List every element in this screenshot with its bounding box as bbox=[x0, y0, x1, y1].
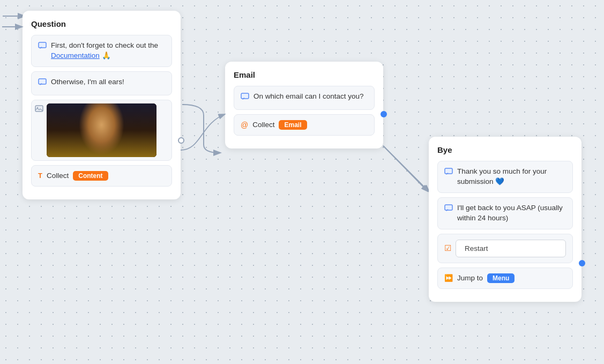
question-message-1: First, don't forget to check out the Doc… bbox=[31, 35, 172, 67]
email-card: Email On which email can I contact you? … bbox=[225, 62, 383, 148]
chat-icon-bye1 bbox=[444, 167, 453, 179]
bye-msg2-text: I'll get back to you ASAP (usually withi… bbox=[457, 203, 566, 224]
chat-icon-2 bbox=[38, 78, 47, 90]
jump-icon: ⏩ bbox=[444, 274, 453, 282]
at-icon: @ bbox=[241, 121, 248, 129]
bye-msg1-text: Thank you so much for your submission 💙 bbox=[457, 167, 566, 187]
collect-content-row: T Collect Content bbox=[31, 165, 172, 187]
menu-badge: Menu bbox=[487, 273, 514, 283]
question-output-dot[interactable] bbox=[178, 137, 184, 144]
svg-rect-7 bbox=[445, 168, 452, 174]
image-icon bbox=[35, 105, 43, 115]
svg-line-10 bbox=[383, 146, 428, 191]
question-image-row bbox=[31, 100, 172, 161]
bye-message-1: Thank you so much for your submission 💙 bbox=[437, 161, 573, 193]
email-message-1: On which email can I contact you? bbox=[234, 86, 375, 110]
svg-rect-8 bbox=[445, 205, 452, 210]
svg-rect-3 bbox=[39, 79, 46, 84]
bye-card-title: Bye bbox=[437, 145, 573, 154]
email-msg-text: On which email can I contact you? bbox=[253, 92, 364, 102]
boxer-image bbox=[47, 103, 156, 157]
svg-rect-4 bbox=[35, 106, 43, 112]
collect-label: Collect bbox=[47, 172, 69, 180]
question-card-title: Question bbox=[31, 19, 172, 28]
question-card: Question First, don't forget to check ou… bbox=[23, 11, 181, 199]
bye-message-2: I'll get back to you ASAP (usually withi… bbox=[437, 197, 573, 229]
q-msg1-text: First, don't forget to check out the Doc… bbox=[51, 41, 165, 61]
collect-email-row: @ Collect Email bbox=[234, 114, 375, 136]
chat-icon-email bbox=[241, 92, 249, 104]
email-badge: Email bbox=[279, 120, 307, 130]
restart-button[interactable]: Restart bbox=[456, 240, 566, 257]
jump-to-menu-row: ⏩ Jump to Menu bbox=[437, 268, 573, 289]
bye-output-dot[interactable] bbox=[579, 260, 585, 266]
collect-email-label: Collect bbox=[252, 121, 274, 129]
jump-label: Jump to bbox=[457, 274, 483, 282]
chat-icon-bye2 bbox=[444, 204, 453, 216]
svg-line-1 bbox=[383, 146, 429, 191]
bye-card: Bye Thank you so much for your submissio… bbox=[429, 137, 581, 302]
email-output-dot[interactable] bbox=[381, 111, 387, 117]
content-badge: Content bbox=[73, 171, 108, 181]
chat-icon-1 bbox=[38, 41, 47, 53]
svg-rect-2 bbox=[39, 42, 46, 48]
text-t-icon: T bbox=[38, 172, 42, 180]
email-card-title: Email bbox=[234, 70, 375, 79]
checkbox-icon: ☑ bbox=[444, 243, 451, 253]
q-msg2-text: Otherwise, I'm all ears! bbox=[51, 77, 124, 87]
svg-rect-6 bbox=[241, 93, 249, 99]
restart-row: ☑ Restart bbox=[437, 234, 573, 263]
question-message-2: Otherwise, I'm all ears! bbox=[31, 71, 172, 95]
documentation-link[interactable]: Documentation bbox=[51, 51, 100, 60]
